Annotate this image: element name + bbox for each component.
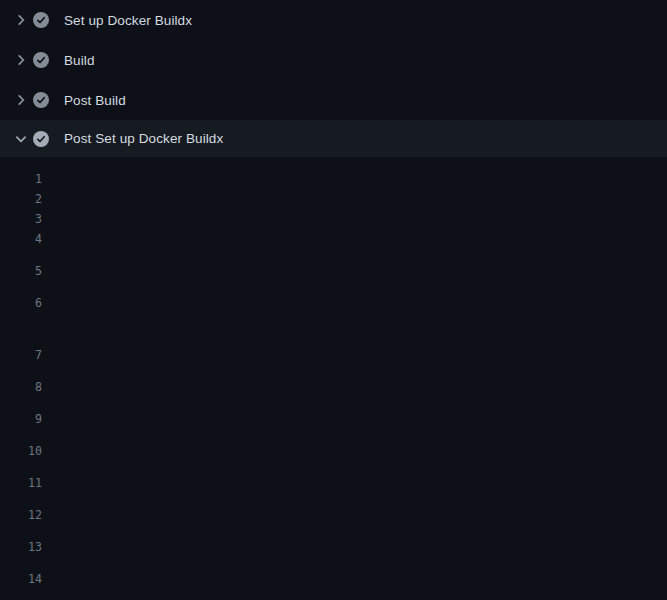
step-label: Post Set up Docker Buildx	[64, 131, 223, 146]
check-circle-icon	[33, 131, 49, 147]
log-line: 4 time="2021-04-23T18:02:37Z" level=info…	[0, 229, 667, 261]
step-list: Set up Docker Buildx Build Post Build	[0, 0, 667, 157]
log-line: linux/riscv64 linux/ppc64le linux/s390x …	[0, 325, 667, 345]
line-number[interactable]: 14	[0, 569, 42, 589]
log-line: 12 time="2021-04-23T18:02:38Z" level=deb…	[0, 505, 667, 537]
line-number[interactable]: 7	[0, 345, 42, 365]
line-number[interactable]: 1	[0, 169, 42, 189]
step-post-build[interactable]: Post Build	[0, 80, 667, 120]
check-circle-icon	[33, 92, 49, 108]
step-set-up-docker-buildx[interactable]: Set up Docker Buildx	[0, 0, 667, 40]
line-number[interactable]: 10	[0, 441, 42, 461]
line-number[interactable]: 5	[0, 261, 42, 281]
log-content: 1 Post job cleanup. 2 ▼ BuildKit contain…	[0, 157, 667, 600]
log-line: 11 time="2021-04-23T18:02:38Z" level=deb…	[0, 473, 667, 505]
chevron-right-icon	[13, 12, 29, 28]
chevron-right-icon	[13, 92, 29, 108]
line-number[interactable]: 8	[0, 377, 42, 397]
check-circle-icon	[33, 52, 49, 68]
chevron-right-icon	[13, 52, 29, 68]
step-label: Build	[64, 53, 95, 68]
log-line: 8 time="2021-04-23T18:02:37Z" level=info…	[0, 377, 667, 409]
log-line: 1 Post job cleanup.	[0, 169, 667, 189]
line-number[interactable]: 4	[0, 229, 42, 249]
step-label: Post Build	[64, 93, 126, 108]
log-line: 7 time="2021-04-23T18:02:37Z" level=warn…	[0, 345, 667, 377]
line-number[interactable]: 13	[0, 537, 42, 557]
chevron-down-icon	[13, 131, 29, 147]
check-circle-icon	[33, 12, 49, 28]
step-post-set-up-docker-buildx[interactable]: Post Set up Docker Buildx	[0, 120, 667, 157]
line-number[interactable]: 6	[0, 293, 42, 313]
log-line: 5 time="2021-04-23T18:02:37Z" level=warn…	[0, 261, 667, 293]
line-number[interactable]: 3	[0, 209, 42, 229]
log-line: 14 time="2021-04-23T18:02:38Z" level=deb…	[0, 569, 667, 600]
step-build[interactable]: Build	[0, 40, 667, 80]
step-label: Set up Docker Buildx	[64, 13, 192, 28]
line-number[interactable]: 12	[0, 505, 42, 525]
log-line: 9 time="2021-04-23T18:02:37Z" level=warn…	[0, 409, 667, 441]
log-line: 2 ▼ BuildKit container logs	[0, 189, 667, 209]
line-number[interactable]: 9	[0, 409, 42, 429]
log-line: 3 /usr/bin/docker logs buildx_buildkit_b…	[0, 209, 667, 229]
actions-log-viewer: Set up Docker Buildx Build Post Build	[0, 0, 667, 600]
log-line: 13 time="2021-04-23T18:02:38Z" level=deb…	[0, 537, 667, 569]
line-number[interactable]: 11	[0, 473, 42, 493]
log-line: 6 time="2021-04-23T18:02:37Z" level=info…	[0, 293, 667, 325]
log-line: 10 time="2021-04-23T18:02:37Z" level=inf…	[0, 441, 667, 473]
line-number[interactable]: 2	[0, 189, 42, 209]
